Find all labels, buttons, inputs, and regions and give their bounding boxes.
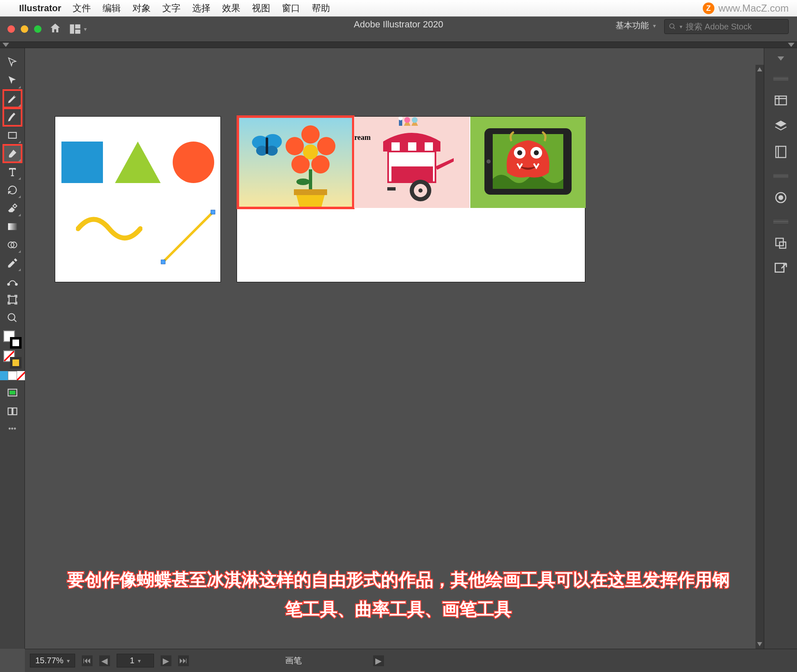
close-window-button[interactable]	[7, 25, 15, 33]
handle-icon	[435, 158, 454, 170]
draw-mode-row	[0, 371, 26, 380]
expand-right-icon[interactable]	[788, 43, 795, 47]
menu-effect[interactable]: 效果	[222, 2, 240, 15]
watermark-badge-icon: Z	[703, 2, 714, 14]
svg-point-10	[7, 283, 10, 286]
svg-rect-0	[70, 24, 74, 34]
svg-rect-7	[8, 223, 17, 230]
panel-grip-icon[interactable]	[773, 77, 788, 81]
status-next-button[interactable]: ▶	[373, 655, 384, 666]
menu-view[interactable]: 视图	[252, 2, 270, 15]
expand-panels-icon[interactable]	[777, 56, 784, 61]
artboard-tool[interactable]	[3, 291, 22, 308]
asset-export-panel-icon[interactable]	[773, 236, 788, 251]
scroll-up-icon[interactable]	[757, 67, 762, 71]
control-bar-collapsed	[0, 42, 797, 48]
direct-selection-tool[interactable]	[3, 72, 22, 89]
awning-stripes-icon	[383, 142, 440, 152]
menu-window[interactable]: 窗口	[282, 2, 300, 15]
eraser-tool[interactable]	[3, 200, 22, 217]
prev-artboard-button[interactable]: ◀	[99, 655, 110, 666]
edit-toolbar-tool[interactable]	[3, 403, 22, 420]
icecream-banner-text: Ice Cream	[354, 133, 371, 142]
search-icon	[669, 23, 676, 30]
menu-type[interactable]: 文字	[162, 2, 181, 15]
artboard-value: 1	[130, 656, 134, 665]
app-menu[interactable]: Illustrator	[19, 3, 61, 14]
svg-line-14	[14, 320, 16, 322]
next-artboard-button[interactable]: ▶	[161, 655, 171, 666]
properties-panel-icon[interactable]	[773, 93, 788, 108]
fill-stroke-swatches[interactable]	[3, 330, 22, 349]
menu-edit[interactable]: 编辑	[103, 2, 121, 15]
layers-panel-icon[interactable]	[773, 119, 788, 134]
blend-tool[interactable]	[3, 273, 22, 290]
example-monster	[470, 117, 586, 208]
export-panel-icon[interactable]	[773, 261, 788, 276]
fill-stroke-none[interactable]	[3, 350, 22, 369]
svg-rect-56	[775, 96, 786, 105]
svg-point-27	[301, 125, 320, 144]
vertical-scrollbar[interactable]	[755, 65, 764, 649]
search-placeholder: 搜索 Adobe Stock	[686, 21, 752, 32]
screen-mode-tool[interactable]	[3, 384, 22, 402]
zoom-dropdown[interactable]: 15.77% ▾	[30, 654, 75, 667]
svg-point-59	[779, 196, 782, 200]
menu-object[interactable]: 对象	[132, 2, 151, 15]
svg-line-4	[673, 27, 675, 29]
more-tools-icon[interactable]: •••	[8, 425, 16, 433]
first-artboard-button[interactable]: ⏮	[82, 655, 93, 666]
rotate-tool[interactable]	[3, 181, 22, 199]
type-tool[interactable]	[3, 163, 22, 181]
cart-base	[391, 166, 433, 183]
zoom-tool[interactable]	[3, 309, 22, 327]
svg-rect-41	[391, 142, 400, 152]
paintbrush-tool[interactable]	[3, 145, 22, 162]
panel-grip-icon[interactable]	[773, 220, 788, 223]
search-stock-input[interactable]: ▾ 搜索 Adobe Stock	[664, 19, 789, 34]
gradient-tool[interactable]	[3, 218, 22, 235]
menu-file[interactable]: 文件	[73, 2, 91, 15]
svg-point-32	[303, 144, 318, 159]
minimize-window-button[interactable]	[21, 25, 28, 33]
artboard-number[interactable]: 1 ▾	[117, 654, 154, 667]
canvas-area[interactable]: Ice Cream	[25, 65, 755, 649]
pen-tool[interactable]	[3, 90, 22, 108]
scroll-down-icon[interactable]	[757, 642, 762, 646]
chevron-down-icon: ▾	[84, 26, 87, 32]
svg-point-31	[286, 137, 304, 155]
workspace-switcher[interactable]: 基本功能 ▾	[616, 20, 656, 31]
square-shape	[61, 142, 103, 183]
rectangle-tool[interactable]	[3, 127, 22, 144]
artboard-nav-label: 画笔	[285, 655, 302, 666]
shape-builder-tool[interactable]	[3, 236, 22, 254]
selection-tool[interactable]	[3, 54, 22, 71]
svg-point-13	[8, 314, 15, 320]
color-swatch[interactable]	[10, 357, 22, 369]
svg-rect-44	[416, 142, 425, 152]
triangle-shape	[115, 142, 161, 183]
draw-normal-icon[interactable]	[0, 371, 8, 380]
menu-select[interactable]: 选择	[192, 2, 210, 15]
appearance-panel-icon[interactable]	[773, 190, 788, 205]
curvature-tool[interactable]	[3, 108, 22, 126]
eyedropper-tool[interactable]	[3, 254, 22, 272]
stroke-swatch[interactable]	[10, 337, 22, 349]
svg-rect-46	[433, 142, 440, 152]
svg-point-34	[296, 178, 310, 185]
layout-switch-icon[interactable]: ▾	[69, 23, 87, 35]
window-controls	[7, 25, 42, 33]
maximize-window-button[interactable]	[34, 25, 42, 33]
expand-left-icon[interactable]	[2, 43, 9, 47]
svg-rect-6	[8, 132, 16, 138]
draw-behind-icon[interactable]	[8, 371, 17, 380]
menu-help[interactable]: 帮助	[312, 2, 330, 15]
svg-rect-21	[211, 210, 215, 214]
chevron-down-icon: ▾	[67, 657, 70, 664]
libraries-panel-icon[interactable]	[773, 144, 788, 159]
svg-rect-45	[425, 142, 433, 152]
panel-grip-icon[interactable]	[773, 174, 788, 178]
svg-rect-40	[383, 142, 391, 152]
home-icon[interactable]	[49, 22, 61, 36]
last-artboard-button[interactable]: ⏭	[178, 655, 189, 666]
